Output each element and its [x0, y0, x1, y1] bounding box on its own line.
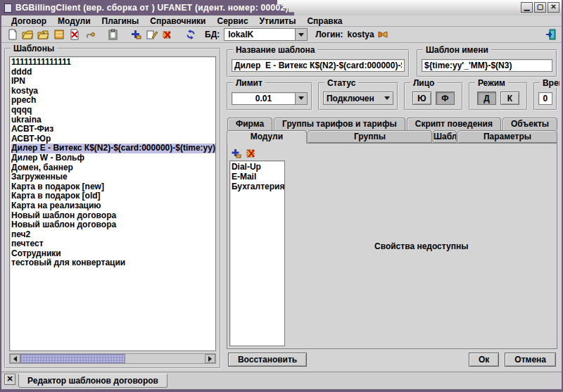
open-folder-icon[interactable]	[37, 28, 50, 41]
template-list-item[interactable]: Дилер W - Вольф	[11, 153, 215, 163]
module-list-item[interactable]: E-Mail	[232, 172, 285, 182]
editor-panel: Название шаблона Шаблон имени Лимит	[222, 45, 560, 370]
template-list-item[interactable]: Загруженные	[11, 172, 215, 182]
bottom-tab-bar: ✕ Редактор шаблонов договоров	[1, 372, 562, 389]
person-physical-toggle[interactable]: Ф	[436, 91, 455, 105]
tab[interactable]: Группы тарифов и тарифы	[274, 118, 405, 130]
module-list-item[interactable]: Dial-Up	[232, 162, 285, 172]
lifetime-label: Время жизни ( дни, 0 - неограничено	[540, 78, 560, 88]
module-list-item[interactable]: Бухгалтерия	[232, 182, 285, 191]
template-name-group: Название шаблона	[227, 49, 410, 77]
mode-k-toggle[interactable]: К	[500, 91, 519, 105]
delete-icon[interactable]	[160, 28, 174, 41]
mode-label: Режим	[475, 78, 508, 88]
tab[interactable]: Группы	[308, 130, 432, 143]
title-bar[interactable]: BGBillingClient (вер. сборка от ) UFANET…	[1, 0, 562, 15]
delete-contract-icon[interactable]	[68, 28, 81, 41]
templates-list[interactable]: 11111111111111ddddIPNkostyappechqqqqukra…	[9, 56, 216, 351]
menu-item[interactable]: Плагины	[96, 16, 145, 26]
tab[interactable]: Скрипт поведения	[407, 118, 501, 130]
modules-tab-content: Dial-UpE-MailБухгалтерия Свойства недост…	[227, 143, 557, 349]
template-list-item[interactable]: Карта на реализацию	[11, 201, 215, 211]
open-contract-icon[interactable]	[21, 28, 34, 41]
menu-item[interactable]: Утилиты	[254, 16, 302, 26]
template-list-item[interactable]: Новый шаблон договора	[11, 211, 215, 221]
menu-item[interactable]: Модули	[52, 16, 96, 26]
connection-icon	[377, 28, 390, 41]
template-list-item[interactable]: Карта в подарок [old]	[11, 191, 215, 201]
link-icon[interactable]	[83, 28, 96, 41]
scroll-thumb[interactable]	[20, 354, 125, 363]
maximize-button[interactable]: ▢	[534, 2, 546, 13]
templates-hscrollbar[interactable]	[9, 353, 216, 364]
edit-icon[interactable]	[145, 28, 158, 41]
person-group: Лицо Ю Ф	[404, 82, 463, 110]
main-area: Шаблоны 11111111111111ddddIPNkostyappech…	[1, 43, 562, 372]
ok-button[interactable]: Ок	[469, 353, 499, 367]
toolbar: БД: lokalK Логин: kostya	[1, 27, 562, 43]
add-icon[interactable]	[129, 28, 143, 41]
template-list-item[interactable]: IPN	[11, 77, 215, 87]
remove-module-icon[interactable]	[246, 148, 256, 158]
template-list-item[interactable]: 11111111111111	[11, 58, 215, 68]
template-list-item[interactable]: kostya	[11, 87, 215, 96]
modules-toolbar	[229, 146, 286, 160]
status-label: Статус	[324, 78, 358, 88]
template-list-item[interactable]: АСВТ-Физ	[11, 125, 215, 134]
window-icon	[4, 4, 12, 13]
scroll-track[interactable]	[20, 354, 205, 363]
template-list-item[interactable]: dddd	[11, 68, 215, 77]
menu-item[interactable]: Справочники	[144, 16, 211, 26]
template-list-item[interactable]: ppech	[11, 96, 215, 106]
template-list-item[interactable]: Сотрудники	[11, 249, 215, 259]
title-bar-caption: BGBillingClient (вер. сборка от ) UFANET…	[1, 0, 304, 15]
menu-item[interactable]: Договор	[6, 16, 52, 26]
cancel-button[interactable]: Отмена	[505, 353, 556, 367]
template-list-item[interactable]: Домен, баннер	[11, 163, 215, 173]
template-list-item[interactable]: печ2	[11, 230, 215, 240]
limit-dropdown-icon[interactable]	[295, 92, 308, 105]
limit-input[interactable]	[232, 92, 295, 105]
tab[interactable]: Объекты	[502, 118, 557, 130]
scroll-left-icon[interactable]	[10, 354, 20, 363]
restore-button[interactable]: Восстановить	[228, 353, 307, 367]
template-list-item[interactable]: тестовый для конвертации	[11, 258, 215, 268]
templates-panel: Шаблоны 11111111111111ddddIPNkostyappech…	[4, 48, 221, 369]
menu-item[interactable]: Справка	[301, 16, 348, 26]
template-name-input[interactable]	[232, 59, 405, 72]
tab[interactable]: Фирма	[227, 118, 272, 130]
menu-bar: ДоговорМодулиПлагиныСправочникиСервисУти…	[1, 15, 562, 27]
add-module-icon[interactable]	[231, 148, 241, 158]
template-list-item[interactable]: ukraina	[11, 115, 215, 125]
scroll-right-icon[interactable]	[205, 354, 215, 363]
template-list-item[interactable]: Дилер Е - Витекс К$(N2)-$(card:000000)-$…	[11, 144, 215, 153]
template-list-item[interactable]: qqqq	[11, 106, 215, 115]
close-tab-icon[interactable]: ✕	[4, 374, 15, 385]
template-list-item[interactable]: АСВТ-Юр	[11, 134, 215, 144]
status-select[interactable]: Подключен	[323, 91, 393, 105]
bottom-tab-contract-template-editor[interactable]: Редактор шаблонов договоров	[18, 374, 167, 388]
new-contract-icon[interactable]	[6, 28, 19, 41]
template-list-item[interactable]: Карта в подарок [new]	[11, 182, 215, 192]
mode-group: Режим Д К	[469, 82, 528, 110]
close-button[interactable]: ✕	[548, 2, 559, 13]
tab[interactable]: Модули	[227, 130, 307, 144]
name-template-input[interactable]	[422, 59, 552, 72]
mode-d-toggle[interactable]: Д	[477, 91, 496, 105]
db-select[interactable]: lokalK	[224, 28, 308, 41]
menu-item[interactable]: Сервис	[211, 16, 253, 26]
modules-list[interactable]: Dial-UpE-MailБухгалтерия	[229, 160, 286, 346]
template-list-item[interactable]: печтест	[11, 239, 215, 249]
exit-icon[interactable]	[544, 28, 557, 41]
contract-list-icon[interactable]	[52, 28, 65, 41]
person-legal-toggle[interactable]: Ю	[412, 91, 431, 105]
window-title: BGBillingClient (вер. сборка от ) UFANET…	[15, 3, 289, 13]
refresh-icon[interactable]	[184, 28, 197, 41]
tab[interactable]: Параметры	[457, 130, 557, 143]
lifetime-group: Время жизни ( дни, 0 - неограничено	[533, 82, 557, 110]
minimize-button[interactable]: ▁	[521, 2, 533, 13]
lifetime-input[interactable]	[538, 92, 552, 105]
template-list-item[interactable]: Новый шаблон договора	[11, 220, 215, 230]
tab[interactable]: Шаблоны комментариев	[433, 130, 457, 143]
report-icon[interactable]	[106, 28, 120, 41]
